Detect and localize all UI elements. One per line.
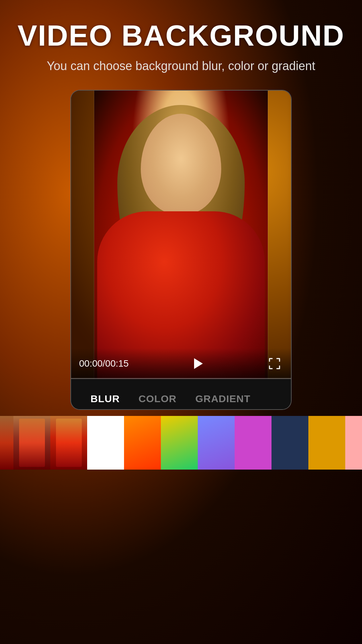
video-content	[94, 91, 268, 379]
thumbnail-yellow-green[interactable]	[161, 416, 198, 470]
fullscreen-icon	[269, 358, 280, 369]
thumbnail-partial[interactable]	[0, 416, 13, 470]
thumbnail-purple[interactable]	[235, 416, 272, 470]
portrait-frame	[94, 91, 268, 379]
fullscreen-button[interactable]	[266, 355, 283, 372]
tab-color[interactable]: COLOR	[129, 388, 186, 409]
progress-bar[interactable]	[71, 378, 291, 379]
thumbnail-dark-blue[interactable]	[272, 416, 308, 470]
bottom-section: BLUR COLOR GRADIENT	[71, 379, 291, 409]
tabs-row: BLUR COLOR GRADIENT	[71, 379, 291, 409]
play-button[interactable]	[187, 354, 207, 374]
thumbnail-pink[interactable]	[345, 416, 362, 470]
page-title: VIDEO BACKGROUND	[17, 20, 345, 51]
thumbnail-orange-red[interactable]	[124, 416, 161, 470]
tab-blur[interactable]: BLUR	[81, 388, 129, 409]
thumbnail-photo-2[interactable]	[50, 416, 87, 470]
thumbnail-blue-purple[interactable]	[198, 416, 235, 470]
thumbnail-white[interactable]	[87, 416, 124, 470]
page-subtitle: You can choose background blur, color or…	[47, 59, 315, 73]
video-preview: 00:00/00:15	[71, 91, 291, 379]
video-controls: 00:00/00:15	[71, 348, 291, 379]
time-display: 00:00/00:15	[79, 358, 129, 369]
tab-gradient[interactable]: GRADIENT	[186, 388, 260, 409]
thumbnail-gold[interactable]	[308, 416, 345, 470]
play-icon	[194, 358, 203, 369]
video-card: 00:00/00:15 BLUR	[70, 90, 292, 410]
color-thumbnails-row	[0, 410, 362, 470]
thumbnail-photo-1[interactable]	[13, 416, 50, 470]
